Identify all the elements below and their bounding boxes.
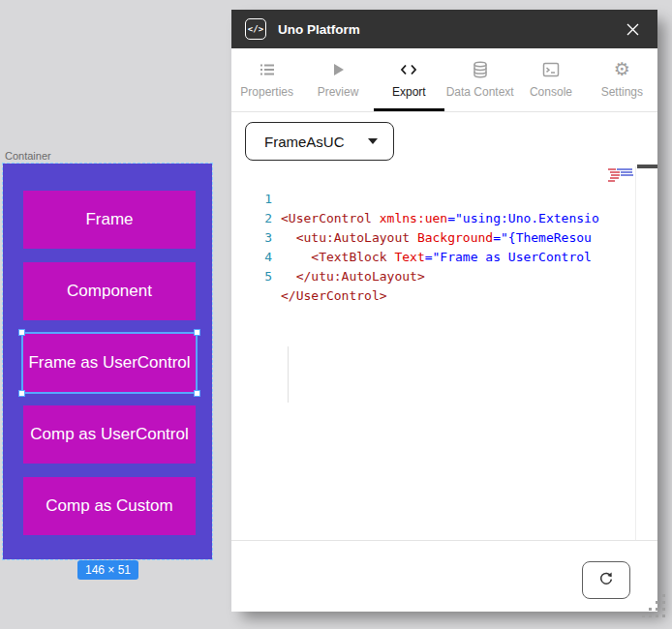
tab-label: Preview — [318, 85, 359, 99]
code-token: <utu:AutoLayout — [281, 230, 410, 245]
database-icon — [471, 59, 490, 80]
box-comp-as-usercontrol[interactable]: Comp as UserControl — [23, 405, 196, 464]
code-token: "Frame as UserControl — [433, 250, 592, 264]
uno-logo-icon: </> — [245, 18, 266, 40]
tab-settings[interactable]: ⚙ Settings — [587, 48, 657, 111]
tab-properties[interactable]: Properties — [231, 48, 302, 111]
box-label: Comp as Custom — [46, 496, 172, 516]
tab-label: Properties — [240, 85, 293, 99]
gear-icon: ⚙ — [614, 59, 630, 80]
box-label: Frame — [85, 210, 133, 229]
code-token: </utu:AutoLayout> — [281, 269, 425, 284]
code-token: xmlns:uen — [372, 211, 447, 225]
code-token: = — [425, 250, 433, 264]
uno-platform-window: </> Uno Platform Properties Preview — [231, 10, 657, 612]
size-badge: 146 × 51 — [77, 560, 138, 580]
window-title: Uno Platform — [278, 22, 360, 37]
code-token: = — [493, 230, 501, 245]
box-frame-as-usercontrol[interactable]: Frame as UserControl — [23, 334, 196, 392]
line-number: 5 — [249, 267, 272, 286]
tab-label: Data Context — [446, 85, 514, 99]
box-label: Frame as UserControl — [28, 353, 190, 373]
box-label: Comp as UserControl — [30, 425, 188, 444]
code-line: 4 </utu:AutoLayout> — [231, 228, 277, 248]
close-icon[interactable] — [621, 17, 644, 41]
resize-grip[interactable] — [639, 592, 668, 623]
indent-guide — [288, 346, 289, 403]
code-token: "using:Uno.Extensio — [455, 211, 599, 225]
box-frame[interactable]: Frame — [23, 191, 196, 249]
resize-handle-bottom-left[interactable] — [18, 390, 25, 397]
chevron-down-icon — [368, 138, 378, 144]
container-label: Container — [5, 150, 51, 162]
tabbar: Properties Preview Export — [231, 48, 657, 112]
export-target-dropdown[interactable]: FrameAsUC — [245, 122, 394, 161]
console-icon — [541, 59, 561, 80]
tab-label: Export — [392, 85, 426, 99]
refresh-icon — [597, 570, 615, 590]
box-component[interactable]: Component — [23, 262, 196, 320]
box-label: Component — [67, 282, 152, 301]
code-icon — [399, 59, 418, 80]
scrollbar-indicator[interactable] — [637, 165, 657, 168]
code-token: "{ThemeResou — [501, 230, 592, 245]
tab-export[interactable]: Export — [374, 48, 444, 111]
tab-data-context[interactable]: Data Context — [444, 48, 515, 111]
code-line: 2 <utu:AutoLayout Background="{ThemeReso… — [231, 190, 277, 209]
tab-console[interactable]: Console — [515, 48, 586, 111]
refresh-button[interactable] — [582, 561, 630, 599]
resize-handle-bottom-right[interactable] — [194, 390, 200, 397]
container-frame[interactable]: Frame Component Frame as UserControl Com… — [3, 164, 212, 559]
code-token: <UserControl — [281, 211, 372, 225]
tab-label: Settings — [601, 85, 643, 99]
code-token: Background — [410, 230, 493, 245]
minimap-gutter-line — [635, 166, 636, 540]
list-icon — [258, 59, 277, 80]
play-icon — [328, 59, 348, 80]
minimap — [608, 168, 635, 188]
code-token: = — [447, 211, 455, 225]
dropdown-value: FrameAsUC — [264, 134, 345, 150]
titlebar: </> Uno Platform — [231, 10, 657, 48]
code-line: 5 </UserControl> — [231, 248, 277, 267]
resize-handle-top-right[interactable] — [194, 329, 200, 336]
code-token: <TextBlock — [281, 250, 387, 264]
code-line: 1 <UserControl xmlns:uen="using:Uno.Exte… — [231, 170, 277, 190]
tab-label: Console — [530, 85, 572, 99]
design-canvas: Container Frame Component Frame as UserC… — [0, 0, 231, 629]
divider — [231, 540, 657, 541]
tab-preview[interactable]: Preview — [302, 48, 373, 111]
code-editor[interactable]: 1 <UserControl xmlns:uen="using:Uno.Exte… — [231, 166, 657, 540]
box-comp-as-custom[interactable]: Comp as Custom — [23, 477, 196, 535]
resize-handle-top-left[interactable] — [18, 329, 25, 336]
code-token: Text — [387, 250, 425, 264]
code-line: 3 <TextBlock Text="Frame as UserControl — [231, 209, 277, 228]
code-token: </UserControl> — [281, 288, 387, 303]
